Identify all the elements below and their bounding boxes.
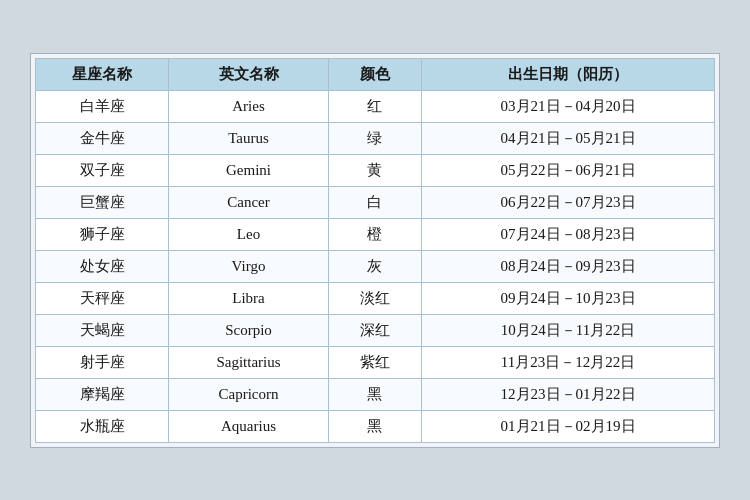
cell-english-name: Capricorn bbox=[169, 378, 329, 410]
cell-dates: 12月23日－01月22日 bbox=[422, 378, 715, 410]
cell-color: 绿 bbox=[328, 122, 421, 154]
table-row: 水瓶座Aquarius黑01月21日－02月19日 bbox=[36, 410, 715, 442]
cell-dates: 10月24日－11月22日 bbox=[422, 314, 715, 346]
table-row: 处女座Virgo灰08月24日－09月23日 bbox=[36, 250, 715, 282]
zodiac-table-container: 星座名称 英文名称 颜色 出生日期（阳历） 白羊座Aries红03月21日－04… bbox=[30, 53, 720, 448]
cell-english-name: Cancer bbox=[169, 186, 329, 218]
cell-english-name: Taurus bbox=[169, 122, 329, 154]
cell-english-name: Aquarius bbox=[169, 410, 329, 442]
table-row: 狮子座Leo橙07月24日－08月23日 bbox=[36, 218, 715, 250]
table-row: 双子座Gemini黄05月22日－06月21日 bbox=[36, 154, 715, 186]
cell-color: 淡红 bbox=[328, 282, 421, 314]
table-row: 天蝎座Scorpio深红10月24日－11月22日 bbox=[36, 314, 715, 346]
cell-dates: 06月22日－07月23日 bbox=[422, 186, 715, 218]
table-body: 白羊座Aries红03月21日－04月20日金牛座Taurus绿04月21日－0… bbox=[36, 90, 715, 442]
cell-english-name: Gemini bbox=[169, 154, 329, 186]
table-row: 白羊座Aries红03月21日－04月20日 bbox=[36, 90, 715, 122]
cell-dates: 05月22日－06月21日 bbox=[422, 154, 715, 186]
cell-color: 黄 bbox=[328, 154, 421, 186]
cell-chinese-name: 天蝎座 bbox=[36, 314, 169, 346]
cell-chinese-name: 双子座 bbox=[36, 154, 169, 186]
cell-english-name: Sagittarius bbox=[169, 346, 329, 378]
header-dates: 出生日期（阳历） bbox=[422, 58, 715, 90]
table-header-row: 星座名称 英文名称 颜色 出生日期（阳历） bbox=[36, 58, 715, 90]
cell-dates: 01月21日－02月19日 bbox=[422, 410, 715, 442]
cell-dates: 11月23日－12月22日 bbox=[422, 346, 715, 378]
cell-color: 深红 bbox=[328, 314, 421, 346]
cell-color: 黑 bbox=[328, 410, 421, 442]
cell-english-name: Virgo bbox=[169, 250, 329, 282]
cell-dates: 08月24日－09月23日 bbox=[422, 250, 715, 282]
cell-color: 紫红 bbox=[328, 346, 421, 378]
cell-chinese-name: 金牛座 bbox=[36, 122, 169, 154]
table-row: 射手座Sagittarius紫红11月23日－12月22日 bbox=[36, 346, 715, 378]
cell-color: 白 bbox=[328, 186, 421, 218]
table-row: 金牛座Taurus绿04月21日－05月21日 bbox=[36, 122, 715, 154]
cell-color: 红 bbox=[328, 90, 421, 122]
cell-chinese-name: 白羊座 bbox=[36, 90, 169, 122]
cell-dates: 09月24日－10月23日 bbox=[422, 282, 715, 314]
cell-chinese-name: 巨蟹座 bbox=[36, 186, 169, 218]
cell-dates: 03月21日－04月20日 bbox=[422, 90, 715, 122]
cell-chinese-name: 处女座 bbox=[36, 250, 169, 282]
header-chinese-name: 星座名称 bbox=[36, 58, 169, 90]
zodiac-table: 星座名称 英文名称 颜色 出生日期（阳历） 白羊座Aries红03月21日－04… bbox=[35, 58, 715, 443]
cell-dates: 07月24日－08月23日 bbox=[422, 218, 715, 250]
cell-dates: 04月21日－05月21日 bbox=[422, 122, 715, 154]
cell-color: 灰 bbox=[328, 250, 421, 282]
cell-english-name: Aries bbox=[169, 90, 329, 122]
cell-color: 黑 bbox=[328, 378, 421, 410]
cell-english-name: Scorpio bbox=[169, 314, 329, 346]
header-color: 颜色 bbox=[328, 58, 421, 90]
table-row: 天秤座Libra淡红09月24日－10月23日 bbox=[36, 282, 715, 314]
cell-color: 橙 bbox=[328, 218, 421, 250]
table-row: 摩羯座Capricorn黑12月23日－01月22日 bbox=[36, 378, 715, 410]
cell-chinese-name: 射手座 bbox=[36, 346, 169, 378]
cell-chinese-name: 摩羯座 bbox=[36, 378, 169, 410]
cell-chinese-name: 水瓶座 bbox=[36, 410, 169, 442]
cell-chinese-name: 天秤座 bbox=[36, 282, 169, 314]
table-row: 巨蟹座Cancer白06月22日－07月23日 bbox=[36, 186, 715, 218]
cell-chinese-name: 狮子座 bbox=[36, 218, 169, 250]
cell-english-name: Leo bbox=[169, 218, 329, 250]
header-english-name: 英文名称 bbox=[169, 58, 329, 90]
cell-english-name: Libra bbox=[169, 282, 329, 314]
